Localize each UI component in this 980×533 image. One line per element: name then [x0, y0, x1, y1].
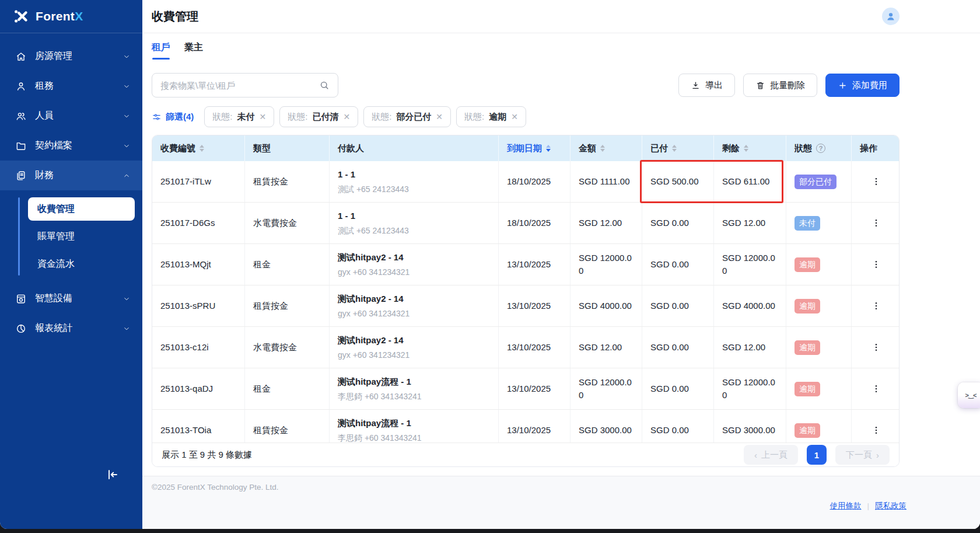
column-header-已付[interactable]: 已付 — [642, 135, 714, 161]
filter-chip-key: 狀態: — [464, 112, 484, 123]
sidebar-subitem-fee-management[interactable]: 收費管理 — [28, 197, 135, 221]
chevron-down-icon — [123, 82, 131, 90]
amount-cell: SGD 3000.00 — [570, 410, 642, 444]
payer-cell: 测试hitpay流程 - 1李思錡 +60 341343241 — [330, 410, 499, 444]
payer-name: 测试hitpay2 - 14 — [338, 251, 491, 264]
kebab-menu-icon[interactable] — [870, 300, 882, 312]
kebab-menu-icon[interactable] — [870, 342, 882, 353]
column-header-label: 操作 — [860, 143, 877, 154]
status-badge: 逾期 — [794, 382, 820, 396]
filter-chip-1: 狀態:未付✕ — [204, 106, 274, 127]
tab-tenant[interactable]: 租戶 — [152, 41, 170, 60]
column-header-label: 類型 — [253, 143, 271, 154]
avatar-person-icon — [884, 10, 897, 23]
actions-cell — [852, 161, 899, 202]
status-badge: 逾期 — [794, 299, 820, 313]
collapse-sidebar-button[interactable] — [104, 467, 120, 483]
sidebar-subitem-cash-flow[interactable]: 資金流水 — [28, 252, 135, 276]
chip-close-icon[interactable]: ✕ — [343, 113, 350, 121]
help-icon[interactable]: ? — [816, 144, 825, 153]
sidebar-item-finance[interactable]: 財務 — [0, 161, 142, 190]
chip-close-icon[interactable]: ✕ — [260, 113, 267, 121]
due-date-cell: 18/10/2025 — [499, 203, 570, 243]
sort-icon — [546, 145, 551, 152]
column-header-到期日期[interactable]: 到期日期 — [499, 135, 570, 161]
remaining-cell: SGD 3000.00 — [714, 410, 786, 444]
payer-cell: 测试hitpay2 - 14gyx +60 341234321 — [330, 285, 499, 326]
charge-id-cell: 251013-TOia — [152, 410, 245, 444]
pagination-next-label: 下一頁 — [846, 450, 872, 461]
type-cell: 水電費按金 — [245, 327, 330, 368]
pagination-next-button[interactable]: 下一頁 › — [835, 445, 890, 465]
search-icon — [319, 80, 330, 90]
payer-contact: gyx +60 341234321 — [338, 349, 491, 361]
pagination-bar: 展示 1 至 9 共 9 條數據 ‹ 上一頁 1 下一頁 › — [152, 443, 899, 466]
column-header-收費編號[interactable]: 收費編號 — [152, 135, 245, 161]
column-header-剩餘[interactable]: 剩餘 — [714, 135, 786, 161]
footer: ©2025 ForentX Technology Pte. Ltd. 使用條款 … — [142, 476, 980, 529]
paid-cell: SGD 0.00 — [642, 203, 714, 243]
sidebar-item-smart-devices[interactable]: 智慧設備 — [0, 284, 142, 313]
sidebar-item-personnel[interactable]: 人員 — [0, 101, 142, 131]
bulk-delete-button[interactable]: 批量刪除 — [743, 74, 817, 97]
footer-link-terms[interactable]: 使用條款 — [830, 501, 861, 511]
status-cell: 未付 — [786, 203, 852, 243]
trash-icon — [755, 81, 765, 90]
sidebar-item-contract-files[interactable]: 契約檔案 — [0, 131, 142, 161]
due-date-cell: 13/10/2025 — [499, 410, 570, 444]
search-input[interactable] — [160, 81, 319, 90]
kebab-menu-icon[interactable] — [870, 259, 882, 270]
pagination-prev-button[interactable]: ‹ 上一頁 — [744, 445, 798, 465]
chip-close-icon[interactable]: ✕ — [436, 113, 443, 121]
filter-chip-key: 狀態: — [372, 112, 391, 123]
filter-bar: 篩選(4) 狀態:未付✕狀態:已付清✕狀態:部分已付✕狀態:逾期✕ — [152, 106, 900, 127]
payer-name: 1 - 1 — [338, 210, 491, 222]
footer-copyright: ©2025 ForentX Technology Pte. Ltd. — [152, 483, 279, 529]
payer-name: 测试hitpay流程 - 1 — [338, 417, 491, 430]
paid-cell: SGD 0.00 — [642, 285, 714, 326]
filter-toggle[interactable]: 篩選(4) — [152, 112, 194, 123]
chip-close-icon[interactable]: ✕ — [511, 113, 518, 121]
pagination-prev-label: 上一頁 — [761, 450, 788, 461]
payer-cell: 1 - 1測試 +65 24123443 — [330, 203, 499, 243]
sidebar-item-report-statistics[interactable]: 報表統計 — [0, 313, 142, 343]
user-avatar[interactable] — [882, 8, 900, 25]
filter-chip-value: 部分已付 — [396, 112, 431, 123]
assistant-float-button[interactable]: >‿< — [958, 382, 980, 408]
remaining-cell: SGD 12000.00 — [714, 368, 786, 409]
bulk-delete-label: 批量刪除 — [770, 80, 805, 91]
kebab-menu-icon[interactable] — [870, 217, 882, 229]
filter-chip-4: 狀態:逾期✕ — [456, 106, 526, 127]
column-header-金額[interactable]: 金額 — [570, 135, 642, 161]
main-area: 收費管理 租戶業主 — [142, 0, 980, 529]
sort-asc-arrow — [546, 145, 551, 148]
status-cell: 逾期 — [786, 285, 852, 326]
tab-owner[interactable]: 業主 — [184, 41, 203, 60]
payer-cell: 测试hitpay2 - 14gyx +60 341234321 — [330, 244, 499, 285]
pagination-page-1[interactable]: 1 — [807, 445, 827, 465]
assistant-face-icon: >‿< — [965, 392, 977, 399]
export-button[interactable]: 導出 — [678, 74, 735, 97]
sidebar-submenu: 收費管理賬單管理資金流水 — [0, 190, 142, 284]
kebab-menu-icon[interactable] — [870, 176, 882, 187]
sidebar-item-property-management[interactable]: 房源管理 — [0, 41, 142, 71]
column-header-label: 到期日期 — [507, 143, 542, 154]
payer-contact: gyx +60 341234321 — [338, 308, 491, 319]
table-row: 251013-MQjt租金测试hitpay2 - 14gyx +60 34123… — [152, 244, 899, 285]
charges-table-card: 收費編號類型付款人到期日期金額已付剩餘狀態?操作 251017-iTLw租賃按金… — [152, 135, 900, 467]
sidebar-item-tenancy[interactable]: 租務 — [0, 71, 142, 101]
footer-link-privacy[interactable]: 隱私政策 — [875, 501, 907, 511]
sidebar-item-label: 人員 — [35, 110, 54, 122]
status-cell: 逾期 — [786, 368, 852, 409]
sidebar-subitem-bill-management[interactable]: 賬單管理 — [28, 225, 135, 248]
payer-name: 测试hitpay2 - 14 — [338, 334, 491, 347]
column-header-label: 剩餘 — [722, 143, 740, 154]
due-date-cell: 13/10/2025 — [499, 327, 570, 368]
filter-chip-key: 狀態: — [212, 112, 232, 123]
person-icon — [15, 81, 27, 92]
footer-links: 使用條款 | 隱私政策 — [830, 483, 907, 529]
add-charge-button[interactable]: 添加費用 — [825, 74, 900, 97]
kebab-menu-icon[interactable] — [870, 424, 882, 436]
kebab-menu-icon[interactable] — [870, 383, 882, 395]
download-icon — [691, 81, 701, 90]
